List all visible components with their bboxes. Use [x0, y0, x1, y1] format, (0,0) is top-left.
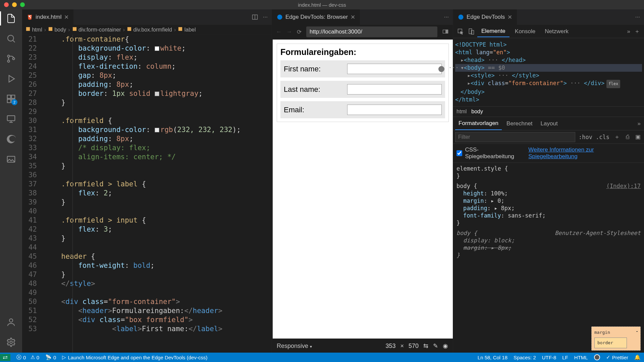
devtools-toggle-icon[interactable]: [442, 28, 449, 35]
svg-rect-16: [72, 27, 76, 31]
wand-icon[interactable]: ✎: [433, 342, 438, 350]
minimize-window-button[interactable]: [12, 2, 17, 7]
extensions-icon[interactable]: 2: [6, 94, 16, 104]
launch-task[interactable]: ▷ Launch Microsoft Edge and open the Edg…: [62, 354, 207, 360]
reload-icon[interactable]: ⟳: [297, 28, 302, 36]
input-lastname[interactable]: [347, 84, 442, 95]
crumb-label[interactable]: label: [178, 26, 196, 33]
status-bar: ⮂ ⓧ 0 ⚠ 0 📡 0 ▷ Launch Microsoft Edge an…: [0, 353, 644, 362]
language-indicator[interactable]: HTML: [574, 355, 588, 360]
plus-icon[interactable]: ＋: [633, 26, 641, 37]
close-icon[interactable]: ✕: [351, 14, 355, 21]
resize-handle-icon[interactable]: [438, 66, 444, 72]
tab-elements[interactable]: Elemente: [477, 26, 509, 37]
back-icon[interactable]: ←: [276, 28, 282, 35]
styles-panel[interactable]: element.style { } (Index):17body { heigh…: [453, 163, 644, 353]
panel-toggle-icon[interactable]: ▣: [634, 132, 642, 142]
prettier-indicator[interactable]: ✓ Prettier: [606, 354, 628, 360]
tab-layout[interactable]: Layout: [537, 118, 561, 130]
activity-bar: 2: [0, 9, 22, 353]
photo-icon[interactable]: [6, 154, 16, 164]
more-icon[interactable]: ···: [444, 14, 449, 20]
encoding-indicator[interactable]: UTF-8: [542, 355, 556, 360]
tab-label: Edge DevTools: Browser: [285, 14, 348, 20]
editor-tabs: index.html ✕ ···: [22, 9, 272, 25]
device-toolbar: Responsive ▾ 353 × 570 ⇆ ✎ ◉: [272, 339, 453, 353]
input-email[interactable]: [347, 105, 442, 115]
cls-toggle[interactable]: .cls: [596, 134, 609, 140]
tab-console[interactable]: Konsole: [511, 26, 539, 37]
tab-devtools[interactable]: Edge DevTools ✕: [453, 9, 517, 25]
more-icon[interactable]: ···: [263, 14, 268, 20]
indent-indicator[interactable]: Spaces: 2: [514, 355, 536, 360]
tab-browser[interactable]: Edge DevTools: Browser ✕: [272, 9, 360, 25]
rotate-icon[interactable]: ⇆: [423, 342, 428, 350]
tab-computed[interactable]: Berechnet: [503, 118, 536, 130]
more-icon[interactable]: ···: [635, 14, 640, 20]
close-icon[interactable]: ✕: [64, 14, 69, 21]
crumb-form-container[interactable]: div.form-container: [72, 26, 121, 33]
svg-rect-18: [178, 27, 182, 31]
cursor-position[interactable]: Ln 58, Col 18: [478, 355, 507, 360]
maximize-window-button[interactable]: [20, 2, 25, 7]
gear-icon[interactable]: [6, 337, 16, 347]
viewport-height[interactable]: 570: [409, 343, 419, 350]
close-window-button[interactable]: [4, 2, 9, 7]
device-emulation-icon[interactable]: [467, 27, 476, 36]
remote-explorer-icon[interactable]: [6, 114, 16, 124]
problems-indicator[interactable]: ⓧ 0 ⚠ 0: [16, 354, 39, 361]
formfield-lastname: Last name:: [280, 81, 445, 98]
search-icon[interactable]: [6, 34, 16, 44]
hov-toggle[interactable]: :hov: [579, 134, 592, 140]
source-control-icon[interactable]: [6, 54, 16, 64]
svg-point-0: [8, 35, 14, 41]
browser-toolbar: ← → ⟳: [272, 25, 453, 39]
css-mirror-label: CSS-Spiegelbearbeitung: [465, 146, 526, 160]
plus-icon[interactable]: ＋: [613, 132, 621, 142]
device-mode-select[interactable]: Responsive ▾: [277, 343, 312, 350]
css-mirror-checkbox[interactable]: [457, 150, 462, 156]
split-editor-icon[interactable]: [252, 14, 258, 20]
edge-logo-icon: [458, 14, 464, 20]
css-mirror-link[interactable]: Weitere Informationen zur Spiegelbearbei…: [528, 146, 641, 160]
crumb-formfield[interactable]: div.box.formfield: [127, 26, 172, 33]
breadcrumb[interactable]: html› body› div.form-container› div.box.…: [22, 25, 272, 35]
remote-indicator[interactable]: ⮂: [0, 354, 10, 361]
label-lastname: Last name:: [284, 85, 344, 94]
dom-breadcrumb[interactable]: html body: [453, 106, 644, 117]
notifications-icon[interactable]: 🔔: [634, 354, 641, 360]
chevron-right-icon[interactable]: »: [626, 27, 632, 36]
crumb-body[interactable]: body: [48, 26, 66, 33]
styles-filter-input[interactable]: [455, 132, 575, 142]
viewport-width[interactable]: 353: [385, 343, 395, 350]
devtools-pane: Edge DevTools ✕ ··· Elemente Konsole Net…: [453, 9, 644, 353]
label-firstname: First name:: [284, 65, 344, 73]
edge-icon[interactable]: [6, 134, 16, 144]
url-input[interactable]: [306, 26, 437, 37]
crumb-html[interactable]: html: [25, 26, 42, 33]
chevron-right-icon[interactable]: »: [636, 119, 642, 128]
code-editor[interactable]: 2122232425262728293031323334353637383940…: [22, 35, 272, 353]
titlebar: index.html — dev-css: [0, 0, 644, 9]
tab-network[interactable]: Netzwerk: [541, 26, 573, 37]
eye-icon[interactable]: ◉: [443, 342, 448, 350]
pin-icon[interactable]: ⎙: [625, 132, 631, 142]
eol-indicator[interactable]: LF: [562, 355, 568, 360]
inspect-element-icon[interactable]: [456, 27, 465, 36]
close-icon[interactable]: ✕: [507, 14, 512, 21]
input-firstname[interactable]: [347, 64, 442, 74]
go-live-icon[interactable]: [594, 354, 600, 360]
ports-indicator[interactable]: 📡 0: [45, 354, 56, 360]
flex-badge[interactable]: flex: [606, 80, 620, 88]
svg-point-19: [277, 15, 282, 20]
dom-tree[interactable]: <!DOCTYPE html> <html lang="en"> ▸<head>…: [453, 38, 644, 106]
explorer-icon[interactable]: [6, 13, 16, 23]
rule-source-link[interactable]: (Index):17: [606, 182, 641, 190]
run-debug-icon[interactable]: [6, 74, 16, 84]
account-icon[interactable]: [6, 317, 16, 327]
tab-index-html[interactable]: index.html ✕: [22, 9, 73, 25]
forward-icon[interactable]: →: [286, 28, 292, 35]
editor-pane: index.html ✕ ··· html› body› div.form-co…: [22, 9, 272, 353]
svg-rect-14: [26, 27, 30, 31]
tab-styles[interactable]: Formatvorlagen: [455, 117, 502, 130]
